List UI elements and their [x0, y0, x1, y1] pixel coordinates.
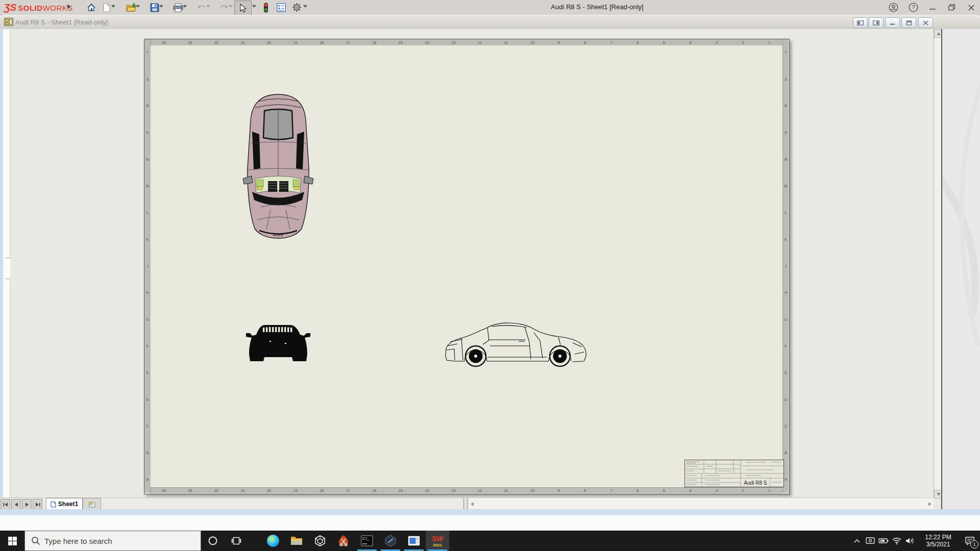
pane-splitter-handle[interactable]: [463, 498, 468, 510]
zone-label: A: [144, 466, 151, 493]
edge-icon: [267, 535, 279, 547]
task-view-button[interactable]: [225, 531, 248, 551]
zone-label: 23: [177, 39, 204, 45]
scroll-right-button[interactable]: [926, 498, 934, 510]
display-states-button[interactable]: [259, 1, 273, 14]
zone-label: H: [783, 280, 789, 306]
zone-label: 14: [414, 39, 440, 45]
doc-close-button[interactable]: [918, 17, 933, 28]
zone-label: 16: [361, 39, 388, 45]
zone-label: 17: [335, 488, 361, 493]
minimize-button[interactable]: [926, 2, 939, 13]
taskbar-app-command-prompt[interactable]: C:\_: [355, 531, 379, 551]
horizontal-scroll-track[interactable]: [476, 498, 926, 510]
scroll-left-button[interactable]: [468, 498, 476, 510]
save-icon: [150, 3, 159, 12]
cortana-button[interactable]: [201, 531, 225, 551]
zone-label: N: [144, 146, 151, 172]
undo-dropdown[interactable]: [206, 5, 210, 8]
taskbar-app-window[interactable]: [402, 531, 426, 551]
tray-overflow-button[interactable]: [850, 531, 864, 551]
close-button[interactable]: [965, 2, 978, 13]
drawing-view-front[interactable]: [240, 316, 316, 370]
pane-left-button[interactable]: [853, 17, 868, 28]
zone-ruler-bottom: 242322212019181716151413121110987654321: [151, 487, 782, 493]
taskbar-app-file-explorer[interactable]: [285, 531, 308, 551]
account-button[interactable]: [887, 2, 900, 13]
zone-label: L: [783, 199, 789, 226]
file-properties-button[interactable]: [275, 1, 288, 14]
zone-label: 19: [282, 39, 309, 45]
taskbar-app-snip[interactable]: [332, 531, 355, 551]
zone-label: 10: [519, 488, 546, 493]
zone-label: 14: [414, 488, 440, 493]
restore-button[interactable]: [945, 2, 959, 13]
tray-battery-button[interactable]: [877, 531, 890, 551]
vertical-scrollbar[interactable]: [934, 29, 942, 497]
title-block[interactable]: Audi R8 S: [684, 460, 784, 487]
print-dropdown[interactable]: [183, 5, 187, 8]
zone-label: 6: [624, 39, 651, 45]
next-sheet-button[interactable]: [22, 499, 32, 510]
scroll-up-icon: [937, 32, 941, 35]
tray-display-button[interactable]: [864, 531, 877, 551]
zone-label: L: [144, 199, 151, 226]
options-dropdown[interactable]: [303, 5, 307, 8]
select-tool-button[interactable]: [234, 1, 252, 15]
tray-volume-button[interactable]: [903, 531, 917, 551]
add-sheet-button[interactable]: [83, 498, 101, 510]
select-tool-dropdown[interactable]: [252, 5, 256, 8]
zone-label: 9: [546, 39, 572, 45]
home-button[interactable]: [85, 1, 98, 14]
zone-label: M: [144, 172, 151, 199]
taskbar-app-edge[interactable]: [261, 531, 285, 551]
save-dropdown[interactable]: [159, 5, 163, 8]
taskbar-search-input[interactable]: Type here to search: [24, 531, 201, 551]
last-sheet-button[interactable]: [33, 499, 42, 510]
zone-label: 4: [677, 39, 704, 45]
zone-label: J: [144, 253, 151, 279]
drawing-view-top[interactable]: [240, 92, 316, 240]
taskbar-app-hexagon[interactable]: [379, 531, 402, 551]
help-button[interactable]: ?: [906, 2, 920, 13]
taskpane-collapsed[interactable]: [942, 29, 980, 510]
window-title: Audi R8 S - Sheet1 [Read-only]: [516, 3, 679, 11]
redo-dropdown[interactable]: [229, 5, 233, 8]
new-document-icon: [103, 3, 111, 12]
zone-label: T: [144, 39, 151, 66]
account-icon: [889, 3, 898, 12]
taskbar-app-3d-viewer[interactable]: [308, 531, 332, 551]
first-sheet-button[interactable]: [1, 499, 10, 510]
file-properties-icon: [277, 3, 286, 12]
new-document-dropdown[interactable]: [111, 5, 115, 8]
doc-minimize-button[interactable]: [885, 17, 900, 28]
taskbar-clock[interactable]: 12:22 PM 3/5/2021: [920, 534, 957, 548]
select-cursor-icon: [239, 4, 247, 13]
options-button[interactable]: [290, 1, 303, 14]
window-app-icon: [408, 536, 420, 546]
search-placeholder: Type here to search: [44, 537, 112, 545]
start-button[interactable]: [0, 531, 24, 551]
open-dropdown[interactable]: [136, 5, 140, 8]
action-center-button[interactable]: 1: [960, 531, 980, 551]
traffic-light-icon: [263, 3, 268, 13]
drawing-view-side[interactable]: [439, 316, 592, 372]
zone-label: 12: [467, 488, 493, 493]
pane-right-button[interactable]: [869, 17, 884, 28]
zone-label: D: [783, 386, 789, 413]
zone-label: 22: [203, 488, 230, 493]
doc-restore-button[interactable]: [901, 17, 916, 28]
svg-text:SW: SW: [432, 535, 444, 543]
zone-label: E: [144, 360, 151, 386]
previous-sheet-button[interactable]: [11, 499, 21, 510]
scroll-right-icon: [928, 502, 932, 506]
brand-expand-arrow-icon[interactable]: [67, 4, 70, 9]
taskbar-app-solidworks[interactable]: SW 2021: [426, 531, 449, 551]
zone-label: S: [144, 66, 151, 92]
tab-sheet1[interactable]: Sheet1: [46, 498, 83, 510]
zone-label: 7: [598, 488, 625, 493]
zone-label: N: [783, 146, 789, 172]
horizontal-scrollbar[interactable]: [468, 498, 934, 510]
tray-wifi-button[interactable]: [890, 531, 903, 551]
redo-icon: [219, 4, 229, 12]
